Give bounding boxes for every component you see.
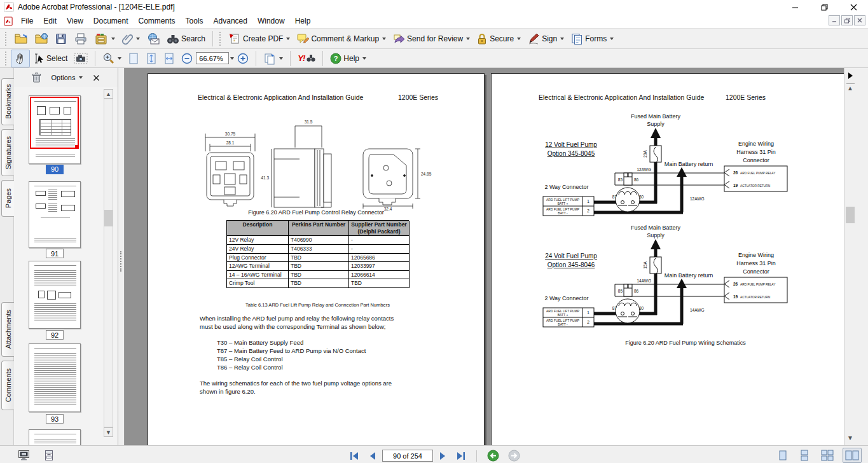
menu-view[interactable]: View <box>62 15 88 27</box>
close-panel-icon[interactable] <box>93 74 100 81</box>
svg-text:Supply: Supply <box>647 121 665 127</box>
thumbnails-scroll-down-button[interactable]: ▼ <box>104 427 113 437</box>
attach-button[interactable] <box>118 30 143 48</box>
menu-advanced[interactable]: Advanced <box>209 15 252 27</box>
hand-tool-button[interactable] <box>11 50 30 67</box>
facing-button[interactable] <box>843 448 862 463</box>
continuous-icon <box>799 450 809 461</box>
restore-button[interactable] <box>809 0 839 14</box>
document-scrollbar[interactable]: ▲ ▼ <box>844 68 856 445</box>
menu-window[interactable]: Window <box>252 15 290 27</box>
fit-width-button[interactable] <box>160 50 178 67</box>
page-number-90[interactable]: 90 <box>46 165 64 174</box>
secure-button[interactable]: Secure <box>473 30 524 48</box>
yahoo-search-button[interactable]: Y! <box>294 51 319 66</box>
first-page-button[interactable] <box>347 450 362 462</box>
thumbnail-page-91[interactable] <box>29 181 81 248</box>
menu-help[interactable]: Help <box>290 15 316 27</box>
next-page-button[interactable] <box>437 450 450 462</box>
page-number-input[interactable] <box>382 450 433 462</box>
fit-page-button[interactable] <box>142 50 160 67</box>
print-button[interactable] <box>71 30 91 48</box>
splitter-grip[interactable] <box>120 251 122 272</box>
single-page-button[interactable] <box>775 448 790 463</box>
save-button[interactable] <box>52 30 71 48</box>
tab-attachments[interactable]: Attachments <box>1 302 14 357</box>
tab-comments[interactable]: Comments <box>1 361 14 410</box>
zoom-in-button[interactable] <box>234 50 252 67</box>
sign-button[interactable]: Sign <box>524 30 567 48</box>
minimize-button[interactable] <box>780 0 809 14</box>
continuous-button[interactable] <box>797 448 812 463</box>
help-button[interactable]: ?Help <box>327 50 369 67</box>
create-pdf-label: Create PDF <box>243 34 283 43</box>
page-number-91[interactable]: 91 <box>46 249 64 258</box>
menu-file[interactable]: File <box>16 15 38 27</box>
tab-bookmarks[interactable]: Bookmarks <box>1 78 14 125</box>
menu-comments[interactable]: Comments <box>134 15 181 27</box>
thumbnail-page-90[interactable] <box>29 95 81 164</box>
thumbnails-scroll-up-button[interactable]: ▲ <box>104 89 113 99</box>
select-tool-button[interactable]: Select <box>30 50 71 67</box>
pdf-page-91[interactable]: Electrical & Electronic Application And … <box>491 73 853 445</box>
trash-icon[interactable] <box>32 73 41 83</box>
scrollbar-thumb[interactable] <box>846 207 855 223</box>
menu-tools[interactable]: Tools <box>181 15 209 27</box>
page-display-button[interactable] <box>260 50 286 67</box>
create-pdf-button[interactable]: Create PDF <box>225 30 293 48</box>
search-button[interactable]: Search <box>163 31 209 47</box>
toolbar-grip[interactable] <box>5 32 8 46</box>
scroll-down-button[interactable]: ▼ <box>847 434 853 441</box>
toolbar-grip[interactable] <box>219 32 223 46</box>
zoom-in-tool-button[interactable] <box>99 50 125 67</box>
organizer-button[interactable] <box>91 30 118 48</box>
next-view-button[interactable] <box>506 448 523 463</box>
thumbnail-page-92[interactable] <box>29 261 81 329</box>
fullscreen-mode-button[interactable] <box>15 448 32 463</box>
actual-size-icon <box>128 52 139 65</box>
close-button[interactable] <box>839 0 868 14</box>
zoom-level-input[interactable] <box>196 52 229 64</box>
attach-dropdown-arrow <box>136 38 140 40</box>
comment-markup-dropdown-arrow <box>382 38 386 40</box>
open-web-button[interactable] <box>31 30 52 48</box>
thumbnails-scrollbar-thumb[interactable] <box>104 210 113 226</box>
terminal-item: T86 – Relay Coil Control <box>217 364 283 371</box>
menu-edit[interactable]: Edit <box>38 15 62 27</box>
thumbnail-page-94-partial[interactable] <box>29 429 81 445</box>
search-label: Search <box>181 34 205 43</box>
panel-collapse-button[interactable] <box>846 71 855 84</box>
panel-splitter[interactable] <box>118 68 125 445</box>
page-view-mode-button[interactable] <box>41 448 57 463</box>
page-number-92[interactable]: 92 <box>46 330 64 340</box>
forms-button[interactable]: Forms <box>567 30 617 48</box>
previous-page-button[interactable] <box>366 450 378 462</box>
tab-pages[interactable]: Pages <box>1 180 15 217</box>
doc-restore-button[interactable] <box>841 15 853 25</box>
doc-minimize-button[interactable] <box>829 15 840 25</box>
tab-signatures[interactable]: Signatures <box>1 129 14 176</box>
zoom-out-button[interactable] <box>178 50 196 67</box>
continuous-facing-button[interactable] <box>818 448 836 463</box>
thumbnail-page-93[interactable] <box>29 343 81 412</box>
comment-markup-button[interactable]: Comment & Markup <box>293 30 389 48</box>
snapshot-tool-button[interactable] <box>71 50 91 67</box>
menu-document[interactable]: Document <box>88 15 134 27</box>
actual-size-button[interactable] <box>125 50 142 67</box>
svg-text:BATT +: BATT + <box>558 202 568 205</box>
page-viewport-indicator[interactable] <box>30 97 79 149</box>
document-window-controls <box>829 15 865 25</box>
options-menu-button[interactable]: Options <box>49 73 86 83</box>
thumbnails-scrollbar-track[interactable] <box>104 99 113 427</box>
page-number-93[interactable]: 93 <box>46 414 64 424</box>
open-button[interactable] <box>11 30 31 48</box>
pdf-page-90[interactable]: Electrical & Electronic Application And … <box>148 73 485 445</box>
forms-icon <box>570 32 583 45</box>
doc-close-button[interactable] <box>854 15 865 25</box>
previous-view-button[interactable] <box>485 448 502 463</box>
scroll-up-button[interactable]: ▲ <box>847 85 853 92</box>
send-for-review-button[interactable]: Send for Review <box>389 30 473 48</box>
email-button[interactable] <box>143 30 163 48</box>
toolbar-grip[interactable] <box>5 52 8 66</box>
last-page-button[interactable] <box>453 450 469 462</box>
